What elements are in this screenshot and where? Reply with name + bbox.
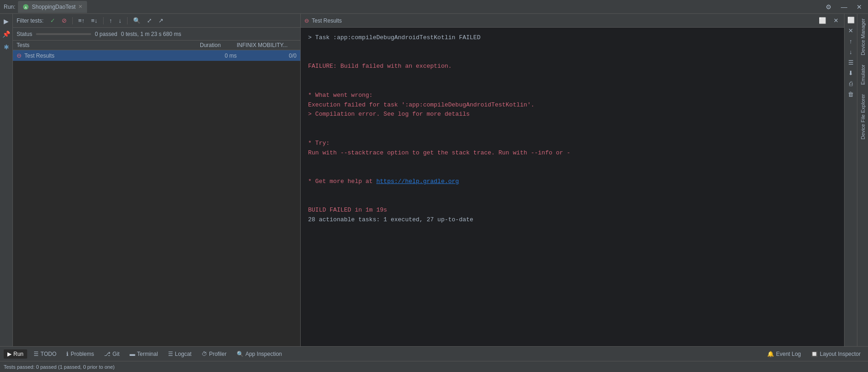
status-passed: 0 passed [95,31,117,37]
close-button[interactable]: ✕ [854,2,864,12]
output-line-build-failed: BUILD FAILED in 1m 19s [308,206,837,215]
maximize-panel-button[interactable]: ⬜ [845,16,856,24]
device-manager-label[interactable]: Device Manager [858,14,868,60]
settings-button[interactable]: ⚙ [823,2,834,12]
output-line-blank-6 [308,129,837,139]
tab-layout-inspector[interactable]: 🔲 Layout Inspector [807,349,864,359]
tab-app-inspection[interactable]: 🔍 App Inspection [233,349,285,359]
output-title: ⊖ Test Results [304,18,342,24]
right-sidebar: ⬜ ✕ ↑ ↓ ☰ ⬇ ⎙ 🗑 [844,14,857,346]
output-line-failure: FAILURE: Build failed with an exception. [308,62,837,71]
expand-button[interactable]: ⤢ [145,16,154,25]
profiler-tab-label: Profiler [209,351,227,357]
title-bar: Run: A ShoppingDaoTest ✕ ⚙ — ✕ [0,0,868,14]
output-close-button[interactable]: ✕ [832,16,840,25]
tab-profiler[interactable]: ⏱ Profiler [198,349,230,359]
table-header: Tests Duration INFINIX MOBILITY... [13,41,300,50]
android-icon: A [23,4,29,10]
output-line-1: > Task :app:compileDebugAndroidTestKotli… [308,33,837,43]
main-layout: ▶ 📌 ✱ Filter tests: ✓ ⊘ ≡↑ ≡↓ ↑ ↓ 🔍 ⤢ ↗ … [0,14,868,346]
delete-button[interactable]: 🗑 [846,90,856,99]
tab-terminal[interactable]: ▬ Terminal [126,349,162,359]
scroll-up-button[interactable]: ↑ [847,37,854,46]
up-button[interactable]: ↑ [107,16,114,25]
tab-run[interactable]: ▶ Run [4,349,27,359]
git-tab-label: Git [112,351,119,357]
logcat-tab-icon: ☰ [168,351,173,357]
down-button[interactable]: ↓ [117,16,123,25]
run-label: Run: [4,4,15,10]
toolbar-sep-3 [127,17,128,24]
svg-text:A: A [25,6,28,10]
sort-asc-button[interactable]: ≡↑ [76,16,87,25]
output-line-compilation: > Compilation error. See log for more de… [308,110,837,119]
test-row-duration: 0 ms [200,53,237,59]
col-tests-header: Tests [17,42,200,48]
output-header: ⊖ Test Results ⬜ ✕ [301,14,844,28]
pin-sidebar-icon[interactable]: 📌 [1,29,12,40]
export-button[interactable]: ↗ [157,16,165,25]
minimize-button[interactable]: — [839,2,850,12]
toolbar: Filter tests: ✓ ⊘ ≡↑ ≡↓ ↑ ↓ 🔍 ⤢ ↗ [13,14,300,28]
tab-event-log[interactable]: 🔔 Event Log [763,349,804,359]
device-file-explorer-label[interactable]: Device File Explorer [858,89,868,144]
left-panel: Filter tests: ✓ ⊘ ≡↑ ≡↓ ↑ ↓ 🔍 ⤢ ↗ Status… [13,14,301,346]
status-bar: Status 0 passed 0 tests, 1 m 23 s 680 ms [13,28,300,41]
test-row-name: Test Results [24,53,200,59]
filter-label: Filter tests: [17,18,44,24]
app-inspection-tab-icon: 🔍 [237,351,244,357]
list-view-button[interactable]: ☰ [846,58,856,67]
tab-todo[interactable]: ☰ TODO [30,349,60,359]
output-line-blank-10 [308,196,837,206]
status-bottom-text: Tests passed: 0 passed (1 passed, 0 prio… [4,364,115,370]
tab-logcat[interactable]: ☰ Logcat [164,349,195,359]
problems-tab-icon: ℹ [66,351,69,357]
tab-name: ShoppingDaoTest [32,4,76,10]
filter-block-button[interactable]: ⊘ [60,16,69,25]
output-content[interactable]: > Task :app:compileDebugAndroidTestKotli… [301,28,844,346]
test-row-status-icon: ⊖ [17,52,22,59]
output-line-blank-7 [308,158,837,167]
tab-git[interactable]: ⎇ Git [100,349,123,359]
print-button[interactable]: ⎙ [847,79,855,88]
title-bar-right: ⚙ — ✕ [823,2,864,12]
bottom-right-tabs: 🔔 Event Log 🔲 Layout Inspector [763,349,864,359]
scroll-down-button[interactable]: ↓ [847,47,854,56]
right-panel: ⊖ Test Results ⬜ ✕ > Task :app:compileDe… [301,14,844,346]
col-duration-header: Duration [200,42,237,48]
output-line-blank-1 [308,43,837,53]
status-progress-bar [36,33,91,35]
output-header-icon: ⊖ [304,18,309,24]
app-inspection-tab-label: App Inspection [245,351,282,357]
terminal-tab-icon: ▬ [130,351,135,357]
run-sidebar-icon[interactable]: ▶ [1,16,12,27]
tab-close-icon[interactable]: ✕ [78,4,82,10]
layout-inspector-icon: 🔲 [811,351,818,357]
output-line-try: * Try: [308,139,837,148]
terminal-tab-label: Terminal [137,351,158,357]
output-line-actionable: 28 actionable tasks: 1 executed, 27 up-t… [308,215,837,225]
active-sidebar-icon[interactable]: ✱ [1,41,12,53]
output-maximize-button[interactable]: ⬜ [817,16,828,25]
tab-problems[interactable]: ℹ Problems [63,349,98,359]
toolbar-sep-1 [72,17,73,24]
problems-tab-label: Problems [70,351,94,357]
tab-shopping-dao-test[interactable]: A ShoppingDaoTest ✕ [18,1,87,13]
test-row-device: 0/0 [237,53,297,59]
layout-inspector-label: Layout Inspector [820,351,861,357]
table-row[interactable]: ⊖ Test Results 0 ms 0/0 [13,50,300,61]
gradle-help-link[interactable]: https://help.gradle.org [376,178,459,185]
filter-check-button[interactable]: ✓ [48,16,57,25]
left-sidebar: ▶ 📌 ✱ [0,14,13,346]
sort-desc-button[interactable]: ≡↓ [89,16,99,25]
toolbar-sep-2 [103,17,104,24]
search-button[interactable]: 🔍 [131,16,142,25]
profiler-tab-icon: ⏱ [202,351,207,357]
emulator-label[interactable]: Emulator [858,60,868,89]
output-line-blank-2 [308,53,837,62]
output-line-stacktrace: Run with --stacktrace option to get the … [308,148,837,158]
download-button[interactable]: ⬇ [846,69,855,77]
close-panel-button[interactable]: ✕ [846,26,855,35]
title-bar-left: Run: A ShoppingDaoTest ✕ [4,1,823,13]
output-line-blank-9 [308,187,837,196]
